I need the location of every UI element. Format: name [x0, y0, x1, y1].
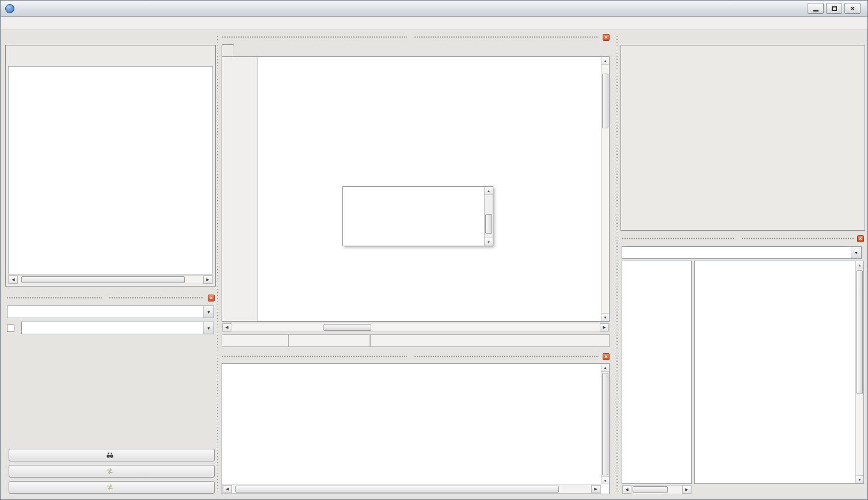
library-hscrollbar[interactable]: ◀ ▶: [8, 275, 213, 284]
scrollbar-thumb[interactable]: [602, 74, 608, 128]
library-table[interactable]: [8, 66, 213, 274]
replace-icon: [106, 467, 114, 475]
scrollbar-thumb[interactable]: [633, 486, 668, 493]
replace-with-value: [22, 322, 203, 334]
scroll-left-button[interactable]: ◀: [223, 485, 232, 493]
left-column: ◀ ▶ × ▼ ▼: [5, 32, 216, 496]
minimize-icon: [813, 10, 818, 12]
maximize-button[interactable]: [826, 3, 842, 14]
caret-position: [222, 334, 288, 347]
category-hscrollbar[interactable]: ◀ ▶: [622, 485, 692, 494]
scrollbar-track[interactable]: [631, 486, 682, 494]
replace-with-combo[interactable]: ▼: [21, 322, 214, 334]
scrollbar-track[interactable]: [232, 485, 591, 493]
chevron-down-icon[interactable]: ▼: [203, 306, 214, 318]
center-column: × ▲ ▼ ▲ ▼ ◀ ▶: [220, 32, 611, 496]
close-panel-icon[interactable]: ×: [603, 353, 610, 360]
project-tree: [622, 67, 863, 229]
replace-with-checkbox[interactable]: [7, 325, 14, 332]
scroll-left-button[interactable]: ◀: [9, 276, 18, 284]
completion-scrollbar[interactable]: ▲ ▼: [484, 187, 493, 246]
header-grip: [414, 355, 599, 358]
scrollbar-thumb[interactable]: [21, 276, 184, 283]
file-path: [370, 334, 610, 347]
scroll-down-button[interactable]: ▼: [856, 475, 863, 483]
tab-iz-properties[interactable]: [222, 44, 234, 57]
close-button[interactable]: ×: [844, 3, 861, 14]
completion-popup[interactable]: ▲ ▼: [342, 186, 493, 246]
scroll-up-button[interactable]: ▲: [856, 261, 863, 269]
close-icon: ×: [850, 5, 855, 12]
header-grip: [6, 296, 102, 299]
scrollbar-track[interactable]: [231, 323, 600, 331]
editor-vscrollbar[interactable]: ▲ ▼: [601, 57, 609, 321]
scrollbar-track[interactable]: [601, 372, 609, 476]
messages-hscrollbar[interactable]: ◀ ▶: [222, 484, 601, 494]
left-tab-bar: [5, 32, 216, 45]
scroll-up-button[interactable]: ▲: [485, 187, 493, 195]
scroll-left-button[interactable]: ◀: [222, 323, 231, 331]
header-grip: [741, 237, 854, 240]
search-term-value: [7, 306, 203, 318]
scrollbar-track[interactable]: [601, 65, 609, 313]
header-grip: [222, 355, 407, 358]
scroll-left-button[interactable]: ◀: [622, 486, 631, 494]
chevron-down-icon[interactable]: ▼: [203, 322, 214, 334]
header-grip: [622, 237, 734, 240]
app-logo-icon: [5, 4, 14, 13]
configuration-combo[interactable]: ▼: [622, 246, 862, 259]
editor-hscrollbar[interactable]: ◀ ▶: [222, 323, 610, 332]
messages-list: [224, 365, 600, 484]
scroll-right-button[interactable]: ▶: [591, 485, 600, 493]
scrollbar-thumb[interactable]: [235, 486, 559, 493]
completion-list: [343, 187, 484, 246]
close-panel-icon[interactable]: ×: [603, 34, 610, 41]
library-manager-panel: ◀ ▶: [5, 45, 216, 287]
find-button[interactable]: [9, 449, 215, 461]
configuration-selector-row: ▼: [622, 246, 864, 259]
project-configuration-header: ×: [620, 234, 865, 243]
replace-all-button[interactable]: [9, 481, 215, 494]
scroll-down-button[interactable]: ▼: [601, 313, 609, 321]
right-column: × ▼ ◀ ▶ ▲ ▼: [620, 32, 865, 496]
scroll-down-button[interactable]: ▼: [485, 238, 493, 246]
scroll-up-button[interactable]: ▲: [601, 57, 609, 65]
scroll-down-button[interactable]: ▼: [601, 476, 609, 484]
window-controls: ×: [808, 3, 863, 14]
configuration-editor: ◀ ▶ ▲ ▼: [622, 261, 864, 494]
scrollbar-track[interactable]: [856, 269, 863, 475]
messages-vscrollbar[interactable]: ▲ ▼: [601, 364, 609, 484]
project-inspector-panel: [620, 45, 865, 231]
scrollbar-thumb[interactable]: [602, 373, 608, 475]
scrollbar-thumb[interactable]: [323, 324, 371, 331]
scroll-right-button[interactable]: ▶: [203, 276, 212, 284]
property-vscrollbar[interactable]: ▲ ▼: [855, 261, 863, 483]
close-panel-icon[interactable]: ×: [857, 235, 864, 242]
editor-statusbar: [222, 334, 610, 347]
right-splitter[interactable]: [616, 35, 619, 494]
scrollbar-track[interactable]: [18, 276, 203, 284]
scroll-up-button[interactable]: ▲: [601, 364, 609, 372]
inspector-toolbar: [621, 45, 865, 64]
menu-bar: [1, 17, 867, 29]
minimize-button[interactable]: [808, 3, 824, 14]
chevron-down-icon[interactable]: ▼: [851, 247, 861, 258]
scrollbar-thumb[interactable]: [856, 270, 863, 394]
close-panel-icon[interactable]: ×: [208, 295, 215, 301]
titlebar: ×: [1, 1, 867, 17]
document-tab-bar: [222, 44, 234, 56]
left-splitter[interactable]: [216, 35, 219, 494]
scroll-right-button[interactable]: ▶: [600, 323, 609, 331]
replace-button[interactable]: [9, 465, 215, 478]
editor-gutter: [222, 57, 258, 321]
modified-state: [288, 334, 370, 347]
scrollbar-track[interactable]: [485, 195, 493, 238]
code-editor[interactable]: ▲ ▼ ▲ ▼: [222, 56, 610, 322]
property-grid: ▲ ▼: [694, 261, 864, 484]
inspector-tab-bar: [620, 32, 865, 45]
scrollbar-thumb[interactable]: [485, 214, 492, 233]
search-replace-header: ×: [5, 293, 216, 303]
scroll-right-button[interactable]: ▶: [682, 486, 691, 494]
search-term-combo[interactable]: ▼: [7, 306, 214, 318]
replace-with-row: ▼: [7, 322, 214, 334]
